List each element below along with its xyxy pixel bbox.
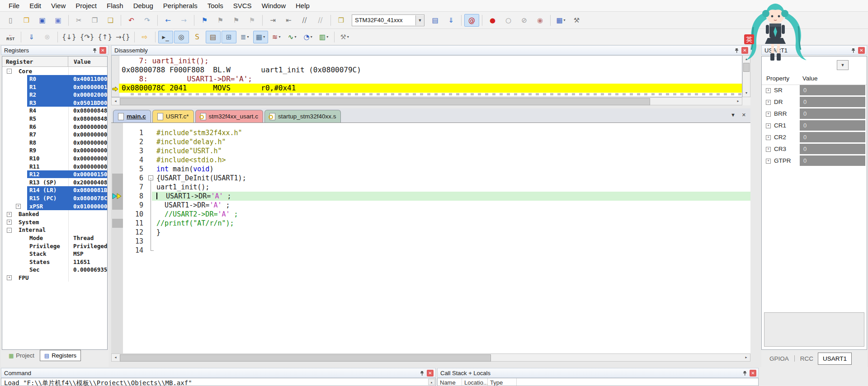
bookmark-next-button[interactable]: ⚑: [229, 14, 244, 27]
save-button[interactable]: ▣: [35, 14, 50, 27]
expand-icon[interactable]: +: [7, 275, 12, 280]
menu-view[interactable]: View: [46, 0, 71, 12]
menu-edit[interactable]: Edit: [24, 0, 46, 12]
register-row-internal[interactable]: -Internal: [2, 226, 107, 234]
run-button[interactable]: ⇓: [24, 31, 39, 43]
toolbox-button[interactable]: ⚒▾: [337, 31, 352, 43]
sfr-register-value[interactable]: 0: [800, 97, 865, 107]
scroll-left-icon[interactable]: ◂: [112, 354, 119, 361]
disassembly-window-button[interactable]: ◎: [174, 31, 189, 43]
property-column-header[interactable]: Property: [766, 75, 789, 82]
register-row-stack[interactable]: StackMSP: [2, 250, 107, 258]
code-line-11[interactable]: //printf("AT/r/n");: [152, 219, 750, 228]
code-line-5[interactable]: int main(void): [152, 165, 750, 174]
menu-window[interactable]: Window: [257, 0, 291, 12]
tab-usart1[interactable]: USART1: [818, 353, 852, 365]
scroll-left-icon[interactable]: ◂: [112, 98, 119, 105]
register-row-r15-pc[interactable]: R15 (PC)0x0800078C: [2, 194, 107, 202]
scroll-right-icon[interactable]: ▸: [734, 98, 742, 105]
code-line-10[interactable]: //USART2->DR='A' ;: [152, 210, 750, 219]
symbols-window-button[interactable]: S: [190, 31, 205, 43]
register-row-fpu[interactable]: +FPU: [2, 273, 107, 282]
trace-window-button[interactable]: ◔▾: [301, 31, 316, 43]
code-line-14[interactable]: [152, 246, 750, 255]
download-button[interactable]: ⇓: [443, 14, 458, 27]
scrollbar-thumb[interactable]: [120, 354, 491, 362]
menu-file[interactable]: File: [4, 0, 24, 12]
column-header-locatio[interactable]: Locatio...: [462, 378, 488, 386]
breakpoint-toggle-button[interactable]: ●: [485, 14, 500, 27]
disassembly-line-1[interactable]: 7: uart1_init();: [119, 56, 742, 66]
navigate-back-button[interactable]: ←: [160, 14, 175, 27]
register-row-r5[interactable]: R50x08000848: [2, 115, 107, 123]
step-out-button[interactable]: {↑}: [96, 31, 113, 43]
bookmark-toggle-button[interactable]: ⚑: [197, 14, 212, 27]
code-line-4[interactable]: #include<stdio.h>: [152, 155, 750, 165]
register-row-r3[interactable]: R30x0501BD00: [2, 99, 107, 107]
scroll-right-icon[interactable]: ▸: [742, 354, 750, 361]
pin-icon[interactable]: [419, 370, 425, 377]
code-line-12[interactable]: }: [152, 228, 750, 237]
column-header-name[interactable]: Name: [438, 378, 462, 386]
show-current-statement-button[interactable]: ⇨: [137, 31, 152, 43]
open-file-button[interactable]: ❒: [19, 14, 34, 27]
editor-hscrollbar[interactable]: ◂ ▸: [111, 353, 750, 362]
scroll-down-icon[interactable]: ▾: [743, 89, 750, 97]
disassembly-line-4[interactable]: 0x0800078C 2041 MOVS r0,#0x41: [119, 84, 742, 93]
bookmark-prev-button[interactable]: ⚑: [213, 14, 228, 27]
reset-button[interactable]: ←RST: [3, 31, 18, 43]
tab-stm32f4xx-usart-c[interactable]: stm32f4xx_usart.c: [195, 110, 264, 122]
collapse-icon[interactable]: -: [7, 228, 12, 233]
system-viewer-button[interactable]: ▥▾: [316, 31, 331, 43]
serial-window-button[interactable]: ≋▾: [269, 31, 284, 43]
menu-project[interactable]: Project: [71, 0, 102, 12]
register-row-system[interactable]: +System: [2, 218, 107, 226]
sfr-register-value[interactable]: 0: [800, 85, 865, 95]
bookmark-clear-button[interactable]: ⚑: [245, 14, 259, 27]
sfr-register-value[interactable]: 0: [800, 155, 865, 166]
comment-button[interactable]: //: [297, 14, 312, 27]
analysis-window-button[interactable]: ∿▾: [285, 31, 300, 43]
undo-button[interactable]: ↶: [124, 14, 139, 27]
expand-icon[interactable]: +: [766, 100, 771, 105]
pin-icon[interactable]: [850, 47, 856, 54]
debug-session-button[interactable]: @: [464, 14, 479, 27]
sfr-row-cr2[interactable]: +CR20: [762, 132, 867, 143]
register-row-r10[interactable]: R100x00000000: [2, 155, 107, 163]
target-selector[interactable]: STM32F40_41xxx▼: [352, 14, 425, 26]
menu-flash[interactable]: Flash: [102, 0, 128, 12]
close-document-icon[interactable]: ✕: [742, 112, 746, 118]
register-column-header[interactable]: Register: [2, 56, 68, 66]
code-line-13[interactable]: [152, 237, 750, 246]
callstack-window-button[interactable]: ⊞: [222, 31, 236, 43]
expand-icon[interactable]: +: [766, 123, 771, 128]
close-icon[interactable]: ✕: [858, 47, 865, 54]
register-row-sec[interactable]: Sec0.00006935: [2, 266, 107, 274]
close-icon[interactable]: ✕: [750, 370, 756, 377]
code-line-2[interactable]: #include"delay.h": [152, 137, 750, 146]
menu-debug[interactable]: Debug: [128, 0, 158, 12]
collapse-icon[interactable]: -: [7, 69, 12, 74]
command-output[interactable]: Load "F:\\单片机f4\\模板\\Project\\Objects\\M…: [1, 378, 436, 386]
sfr-row-sr[interactable]: +SR0: [762, 85, 867, 96]
tab-project[interactable]: ▦Project: [5, 350, 38, 361]
tab-registers[interactable]: ▤Registers: [40, 350, 81, 361]
register-row-states[interactable]: States11651: [2, 258, 107, 266]
code-line-7[interactable]: uart1_init();: [152, 183, 750, 192]
tab-startup-stm32f40xx-s[interactable]: startup_stm32f40xx.s: [264, 110, 341, 122]
memory-window-button[interactable]: ▦▾: [253, 31, 268, 43]
register-row-mode[interactable]: ModeThread: [2, 234, 107, 242]
redo-button[interactable]: ↷: [140, 14, 155, 27]
expand-icon[interactable]: +: [7, 220, 12, 225]
code-line-8[interactable]: USART1->DR='A' ;: [152, 192, 750, 201]
run-to-cursor-button[interactable]: →{}: [114, 31, 132, 43]
sfr-row-gtpr[interactable]: +GTPR0: [762, 155, 867, 167]
breakpoint-margin[interactable]: [111, 123, 123, 353]
scrollbar-thumb[interactable]: [120, 98, 650, 105]
disassembly-hscrollbar[interactable]: ◂ ▸: [111, 97, 742, 105]
code-line-3[interactable]: #include"USRT.h": [152, 146, 750, 155]
sfr-row-cr3[interactable]: +CR30: [762, 143, 867, 155]
expand-icon[interactable]: +: [766, 112, 771, 117]
load-application-button[interactable]: ❒: [334, 14, 349, 27]
tab-rcc[interactable]: RCC: [796, 353, 818, 364]
